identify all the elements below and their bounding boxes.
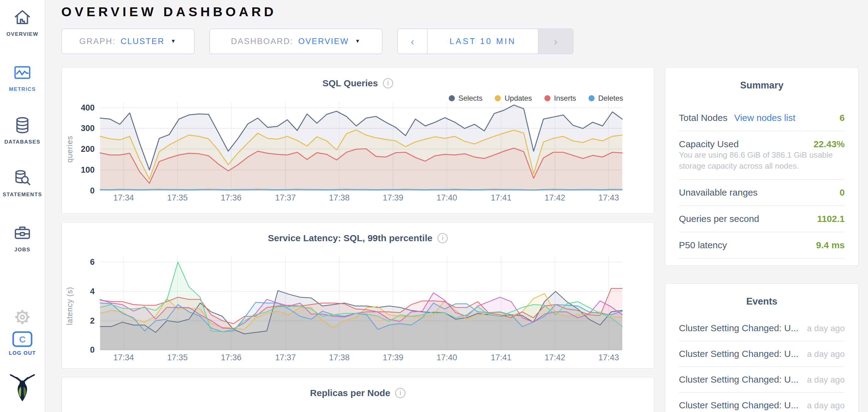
event-time: a day ago xyxy=(807,401,845,410)
svg-text:C: C xyxy=(19,334,26,344)
event-text: Cluster Setting Changed: U... xyxy=(679,400,799,410)
main-content: OVERVIEW DASHBOARD GRAPH: CLUSTER ▼ DASH… xyxy=(45,0,868,412)
summary-label: P50 latency xyxy=(679,240,727,250)
time-range-value[interactable]: LAST 10 MIN xyxy=(427,29,538,54)
legend-dot xyxy=(495,95,501,101)
svg-text:100: 100 xyxy=(81,165,95,174)
legend-item[interactable]: Inserts xyxy=(544,94,576,103)
time-range-next-button[interactable]: › xyxy=(538,29,573,54)
summary-panel: Summary Total Nodes View nodes list 6 Ca… xyxy=(665,67,859,266)
controls-bar: GRAPH: CLUSTER ▼ DASHBOARD: OVERVIEW ▼ ‹… xyxy=(61,29,868,54)
dashboard-dropdown[interactable]: DASHBOARD: OVERVIEW ▼ xyxy=(209,29,382,54)
time-range-prev-button[interactable]: ‹ xyxy=(398,29,427,54)
graph-dropdown[interactable]: GRAPH: CLUSTER ▼ xyxy=(61,29,195,54)
databases-icon xyxy=(13,116,31,135)
dashboard-dropdown-value: OVERVIEW xyxy=(298,37,349,46)
graph-dropdown-value: CLUSTER xyxy=(120,37,164,46)
replicas-per-node-chart-card: Replicas per Node i 1.6k xyxy=(61,377,654,412)
sidebar-item-logout[interactable]: C LOG OUT xyxy=(0,331,45,356)
home-icon xyxy=(13,8,31,28)
svg-text:17:39: 17:39 xyxy=(383,193,403,202)
view-nodes-list-link[interactable]: View nodes list xyxy=(734,113,795,123)
summary-label: Unavailable ranges xyxy=(679,187,758,198)
legend-item[interactable]: Updates xyxy=(495,94,532,103)
sidebar-item-metrics[interactable]: METRICS xyxy=(0,64,45,93)
event-row[interactable]: Cluster Setting Changed: U... a day ago xyxy=(679,341,845,367)
sidebar-item-settings[interactable] xyxy=(0,309,45,327)
cockroach-logo[interactable] xyxy=(0,373,45,405)
event-row[interactable]: Cluster Setting Changed: U... a day ago xyxy=(679,393,845,412)
svg-text:2: 2 xyxy=(90,316,95,325)
charts-column: SQL Queries i SelectsUpdatesInsertsDelet… xyxy=(61,67,654,412)
event-text: Cluster Setting Changed: U... xyxy=(679,374,799,385)
svg-text:17:34: 17:34 xyxy=(114,193,134,202)
sidebar: OVERVIEW METRICS DATABASES STATEMENTS J xyxy=(0,0,45,412)
summary-row-unavailable-ranges: Unavailable ranges 0 xyxy=(679,180,845,206)
event-row[interactable]: Cluster Setting Changed: U... a day ago xyxy=(679,316,845,341)
svg-text:0: 0 xyxy=(90,346,95,355)
summary-label: Total Nodes xyxy=(679,113,727,123)
event-time: a day ago xyxy=(807,323,845,333)
info-icon[interactable]: i xyxy=(437,233,448,243)
svg-text:17:43: 17:43 xyxy=(598,193,619,202)
summary-value: 0 xyxy=(839,187,845,198)
summary-row-total-nodes: Total Nodes View nodes list 6 xyxy=(679,105,845,131)
cockroach-bug-icon xyxy=(8,373,36,405)
chart-title: SQL Queries xyxy=(322,78,378,89)
events-title: Events xyxy=(679,296,845,307)
info-icon[interactable]: i xyxy=(395,388,405,398)
chevron-down-icon: ▼ xyxy=(171,38,177,44)
summary-value: 9.4 ms xyxy=(816,240,845,250)
events-panel: Events Cluster Setting Changed: U... a d… xyxy=(665,283,859,412)
summary-title: Summary xyxy=(679,80,845,91)
capacity-note: You are using 86.6 GiB of 386.1 GiB usab… xyxy=(679,149,845,180)
svg-text:17:43: 17:43 xyxy=(598,353,619,362)
summary-row-qps: Queries per second 1102.1 xyxy=(679,206,845,232)
svg-text:17:37: 17:37 xyxy=(275,353,296,362)
svg-text:17:41: 17:41 xyxy=(491,353,511,362)
summary-value: 22.43% xyxy=(813,139,845,149)
legend-label: Selects xyxy=(459,94,483,103)
metrics-icon xyxy=(13,64,31,83)
time-range-picker: ‹ LAST 10 MIN › xyxy=(397,29,574,54)
legend-dot xyxy=(588,95,595,101)
sidebar-item-statements[interactable]: STATEMENTS xyxy=(0,169,45,198)
sidebar-item-databases[interactable]: DATABASES xyxy=(0,116,45,145)
event-row[interactable]: Cluster Setting Changed: U... a day ago xyxy=(679,367,845,393)
statements-icon xyxy=(13,169,31,188)
legend-label: Updates xyxy=(504,94,532,103)
svg-text:17:37: 17:37 xyxy=(275,193,296,202)
sidebar-item-label: DATABASES xyxy=(4,139,40,145)
graph-dropdown-label: GRAPH: xyxy=(80,37,116,46)
chevron-right-icon: › xyxy=(554,35,557,47)
svg-text:6: 6 xyxy=(90,258,95,267)
jobs-icon xyxy=(13,224,31,243)
info-icon[interactable]: i xyxy=(383,78,393,89)
svg-text:4: 4 xyxy=(90,287,95,296)
summary-column: Summary Total Nodes View nodes list 6 Ca… xyxy=(665,67,859,412)
legend-item[interactable]: Deletes xyxy=(588,94,623,103)
chevron-left-icon: ‹ xyxy=(411,35,414,47)
sidebar-item-overview[interactable]: OVERVIEW xyxy=(0,8,45,37)
svg-text:17:38: 17:38 xyxy=(329,193,349,202)
svg-text:17:42: 17:42 xyxy=(545,353,565,362)
logout-icon: C xyxy=(12,331,32,348)
sidebar-item-label: JOBS xyxy=(14,247,31,253)
sidebar-item-label: OVERVIEW xyxy=(6,31,38,37)
gear-icon xyxy=(14,309,31,327)
sidebar-item-label: METRICS xyxy=(9,86,36,93)
chart-title: Service Latency: SQL, 99th percentile xyxy=(268,233,432,243)
sidebar-item-jobs[interactable]: JOBS xyxy=(0,224,45,253)
summary-value: 1102.1 xyxy=(817,214,845,224)
svg-text:17:38: 17:38 xyxy=(329,353,349,362)
legend-label: Deletes xyxy=(598,94,623,103)
legend-item[interactable]: Selects xyxy=(449,94,483,103)
svg-text:400: 400 xyxy=(81,103,95,112)
svg-text:300: 300 xyxy=(81,124,95,133)
page-title: OVERVIEW DASHBOARD xyxy=(61,4,868,19)
svg-text:17:36: 17:36 xyxy=(221,193,242,202)
svg-text:17:36: 17:36 xyxy=(221,353,242,362)
event-time: a day ago xyxy=(807,375,845,385)
chevron-down-icon: ▼ xyxy=(355,38,361,44)
service-latency-chart-card: Service Latency: SQL, 99th percentile i … xyxy=(61,222,654,369)
